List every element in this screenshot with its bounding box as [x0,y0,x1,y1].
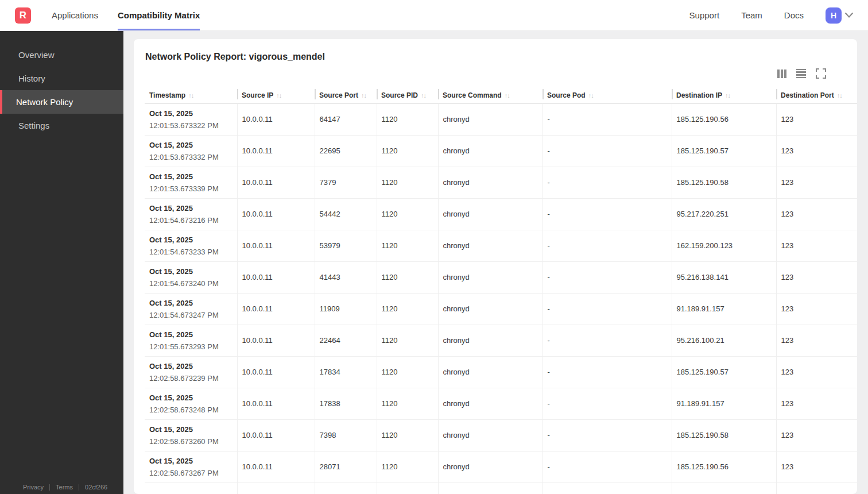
cell-source-ip: 10.0.0.11 [237,261,315,293]
timestamp-time: 12:02:58.673267 PM [149,467,232,479]
cell-destination-port: 123 [776,293,857,325]
timestamp-date: Oct 15, 2025 [149,202,232,214]
cell-timestamp: Oct 15, 2025 12:02:58.673260 PM [145,419,237,451]
cell-destination-ip: 185.125.190.56 [672,103,776,135]
timestamp-date: Oct 15, 2025 [149,360,232,372]
cell-source-port [315,483,377,494]
timestamp-date: Oct 15, 2025 [149,329,232,341]
cell-source-port: 28071 [315,451,377,483]
rows-glyph [796,69,806,78]
table-body: Oct 15, 2025 12:01:53.673322 PM 10.0.0.1… [145,103,857,494]
column-header-timestamp[interactable]: Timestamp↑↓ [145,88,237,103]
cell-source-pod: - [542,325,672,356]
nav-right: Support Team Docs H [689,0,868,30]
column-header-source-pid[interactable]: Source PID↑↓ [377,88,438,103]
logo-r-icon: R [15,7,31,24]
nav-link-docs[interactable]: Docs [784,10,804,20]
column-view-icon[interactable] [777,70,786,78]
cell-timestamp: Oct 15, 2025 [145,483,237,494]
footer-link-privacy[interactable]: Privacy [23,484,44,491]
column-header-source-port[interactable]: Source Port↑↓ [315,88,377,103]
footer-link-terms[interactable]: Terms [56,484,73,491]
column-header-source-pod[interactable]: Source Pod↑↓ [542,88,672,103]
timestamp-time: 12:01:55.673293 PM [149,341,232,353]
cell-source-port: 41443 [315,261,377,293]
column-header-source-command[interactable]: Source Command↑↓ [438,88,542,103]
sidebar: Overview History Network Policy Settings… [0,31,123,494]
cell-destination-ip: 185.125.190.57 [672,135,776,167]
sort-icon: ↑↓ [505,92,510,99]
timestamp-time: 12:01:54.673233 PM [149,246,232,258]
cell-source-pod: - [542,293,672,325]
sort-icon: ↑↓ [837,92,842,99]
table-row: Oct 15, 2025 12:01:53.673332 PM 10.0.0.1… [145,135,857,167]
cell-source-pod: - [542,230,672,261]
tab-applications[interactable]: Applications [52,0,98,30]
table-toolbar [145,68,846,79]
footer-divider [79,484,79,491]
sidebar-item-overview[interactable]: Overview [0,43,123,67]
primary-tabs: Applications Compatibility Matrix [52,0,200,30]
timestamp-time: 12:01:53.673339 PM [149,183,232,195]
cell-source-pid: 1120 [377,419,438,451]
cell-source-port: 22464 [315,325,377,356]
nav-link-support[interactable]: Support [689,10,720,20]
cell-source-ip [237,483,315,494]
cell-timestamp: Oct 15, 2025 12:01:55.673293 PM [145,325,237,356]
column-header-destination-ip[interactable]: Destination IP↑↓ [672,88,776,103]
sort-icon: ↑↓ [276,92,281,99]
cell-source-pid: 1120 [377,230,438,261]
timestamp-date: Oct 15, 2025 [149,423,232,435]
user-menu[interactable]: H [826,7,853,24]
table-row: Oct 15, 2025 [145,483,857,494]
sidebar-item-history[interactable]: History [0,67,123,90]
cell-source-pod: - [542,451,672,483]
timestamp-date: Oct 15, 2025 [149,139,232,151]
cell-destination-port: 123 [776,388,857,419]
cell-source-command: chronyd [438,325,542,356]
table-row: Oct 15, 2025 12:01:54.673240 PM 10.0.0.1… [145,261,857,293]
cell-source-ip: 10.0.0.11 [237,293,315,325]
table-row: Oct 15, 2025 12:01:54.673216 PM 10.0.0.1… [145,198,857,230]
cell-destination-ip: 185.125.190.58 [672,167,776,198]
cell-source-pod: - [542,356,672,388]
sidebar-item-settings[interactable]: Settings [0,114,123,137]
cell-source-pod [542,483,672,494]
tab-compatibility-matrix[interactable]: Compatibility Matrix [118,0,200,30]
footer-divider [49,484,50,491]
column-header-destination-port[interactable]: Destination Port↑↓ [776,88,857,103]
cell-source-command: chronyd [438,135,542,167]
chevron-down-icon [845,13,853,18]
cell-source-port: 53979 [315,230,377,261]
cell-destination-port: 123 [776,135,857,167]
row-view-icon[interactable] [796,69,806,78]
cell-destination-port: 123 [776,167,857,198]
cell-timestamp: Oct 15, 2025 12:01:54.673247 PM [145,293,237,325]
table-row: Oct 15, 2025 12:01:53.673339 PM 10.0.0.1… [145,167,857,198]
sidebar-item-network-policy[interactable]: Network Policy [0,90,123,114]
cell-source-pid: 1120 [377,198,438,230]
cell-destination-port: 123 [776,451,857,483]
nav-link-team[interactable]: Team [741,10,762,20]
timestamp-time: 12:01:53.673322 PM [149,119,232,132]
cell-source-command: chronyd [438,356,542,388]
cell-source-pod: - [542,167,672,198]
fullscreen-icon[interactable] [816,68,826,79]
report-card: Network Policy Report: vigorous_mendel [134,39,857,494]
timestamp-time: 12:01:54.673240 PM [149,277,232,290]
avatar: H [826,7,842,24]
cell-destination-port [776,483,857,494]
cell-destination-port: 123 [776,103,857,135]
cell-source-command: chronyd [438,293,542,325]
brand-logo[interactable]: R [15,0,31,30]
cell-source-ip: 10.0.0.11 [237,419,315,451]
timestamp-time: 12:02:58.673260 PM [149,435,232,447]
table-row: Oct 15, 2025 12:02:58.673248 PM 10.0.0.1… [145,388,857,419]
network-policy-table: Timestamp↑↓ Source IP↑↓ Source Port↑↓ So… [134,88,857,494]
cell-source-pod: - [542,198,672,230]
cell-timestamp: Oct 15, 2025 12:02:58.673248 PM [145,388,237,419]
cell-source-command: chronyd [438,419,542,451]
table-row: Oct 15, 2025 12:02:58.673239 PM 10.0.0.1… [145,356,857,388]
column-header-source-ip[interactable]: Source IP↑↓ [237,88,315,103]
table-row: Oct 15, 2025 12:01:55.673293 PM 10.0.0.1… [145,325,857,356]
